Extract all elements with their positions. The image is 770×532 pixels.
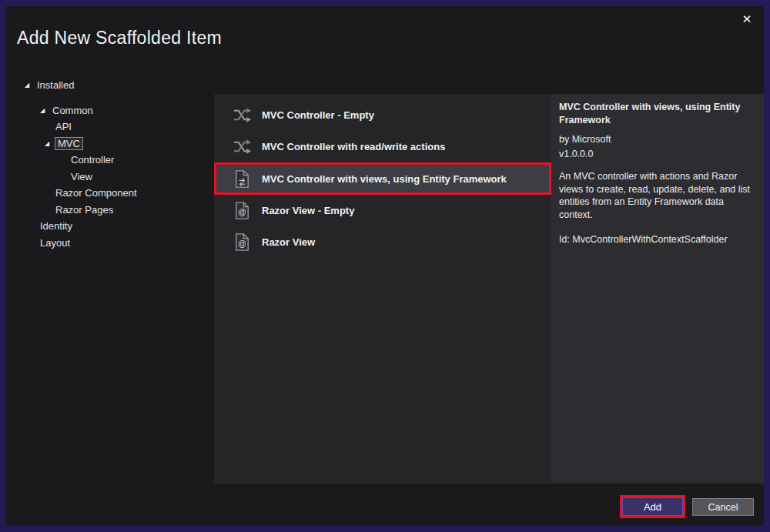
details-description: An MVC controller with actions and Razor… <box>559 170 755 221</box>
details-panel: MVC Controller with views, using Entity … <box>551 94 764 483</box>
template-item-mvc-controller-empty[interactable]: MVC Controller - Empty <box>214 99 551 131</box>
tree-item-label: Controller <box>71 154 114 166</box>
tree-item-installed[interactable]: ◢ Installed <box>6 77 213 94</box>
expand-arrow-icon[interactable]: ◢ <box>40 107 51 114</box>
tree-item-common[interactable]: ◢ Common <box>6 102 213 119</box>
razor-view-icon: @ <box>233 201 252 220</box>
template-item-label: MVC Controller with views, using Entity … <box>262 173 507 185</box>
mvc-controller-icon <box>233 137 252 156</box>
razor-view-icon: @ <box>233 233 252 252</box>
details-version: v1.0.0.0 <box>559 148 755 161</box>
mvc-controller-ef-icon <box>233 169 252 189</box>
add-button[interactable]: Add <box>620 495 685 518</box>
tree-item-razor-pages[interactable]: Razor Pages <box>6 202 213 219</box>
svg-text:@: @ <box>238 207 246 216</box>
svg-text:@: @ <box>238 239 246 248</box>
cancel-button[interactable]: Cancel <box>692 498 754 516</box>
template-item-label: MVC Controller with read/write actions <box>262 141 445 152</box>
tree-item-label: API <box>55 121 72 132</box>
tree-item-label: Layout <box>40 237 70 249</box>
details-author: by Microsoft <box>559 133 755 146</box>
dialog-title: Add New Scaffolded Item <box>17 28 222 49</box>
template-item-razor-view-empty[interactable]: @ Razor View - Empty <box>214 195 551 226</box>
tree-item-label: Razor Component <box>55 187 137 199</box>
tree-item-layout[interactable]: Layout <box>6 235 213 252</box>
tree-item-controller[interactable]: Controller <box>6 152 213 169</box>
expand-arrow-icon[interactable]: ◢ <box>25 82 35 89</box>
tree-item-label: Installed <box>37 79 74 91</box>
tree-item-label: MVC <box>55 137 83 150</box>
template-list: MVC Controller - Empty MVC Controller wi… <box>214 94 551 483</box>
details-title: MVC Controller with views, using Entity … <box>559 101 755 126</box>
close-icon[interactable]: ✕ <box>736 9 758 29</box>
tree-item-api[interactable]: API <box>6 119 213 136</box>
tree-item-view[interactable]: View <box>6 169 213 186</box>
tree-item-mvc[interactable]: ◢ MVC <box>6 136 213 152</box>
tree-item-label: View <box>71 171 92 182</box>
tree-item-label: Identity <box>40 220 72 232</box>
details-id: Id: MvcControllerWithContextScaffolder <box>559 233 755 246</box>
tree-item-label: Common <box>52 105 93 116</box>
template-item-mvc-controller-readwrite[interactable]: MVC Controller with read/write actions <box>214 131 551 162</box>
mvc-controller-icon <box>233 105 252 125</box>
tree-item-razor-component[interactable]: Razor Component <box>6 185 213 202</box>
template-item-mvc-controller-views-ef[interactable]: MVC Controller with views, using Entity … <box>214 162 551 195</box>
tree-item-identity[interactable]: Identity <box>6 218 213 235</box>
template-item-label: MVC Controller - Empty <box>262 109 374 121</box>
category-tree: ◢ Installed ◢ Common API ◢ MVC Controlle… <box>6 77 213 251</box>
template-item-label: Razor View - Empty <box>262 205 354 216</box>
template-item-razor-view[interactable]: @ Razor View <box>214 226 551 258</box>
template-item-label: Razor View <box>262 236 315 248</box>
tree-item-label: Razor Pages <box>55 204 113 216</box>
expand-arrow-icon[interactable]: ◢ <box>45 140 55 147</box>
add-scaffolded-item-dialog: ✕ Add New Scaffolded Item ◢ Installed ◢ … <box>0 0 770 532</box>
